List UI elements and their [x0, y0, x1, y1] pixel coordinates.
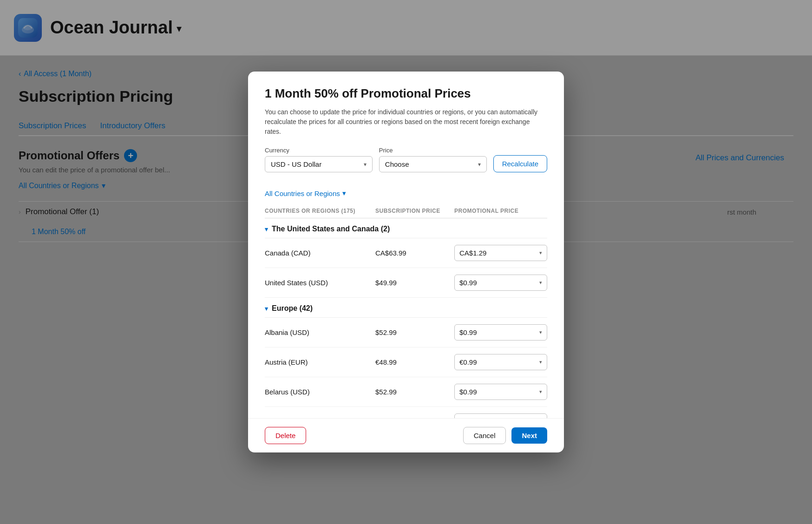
- table-row: Belgium (EUR) €48.99 €0.99 ▾: [265, 407, 547, 418]
- modal-header: 1 Month 50% off Promotional Prices You c…: [248, 72, 564, 189]
- all-countries-chevron-icon: ▾: [342, 189, 346, 197]
- sub-price: CA$63.99: [375, 249, 450, 257]
- all-countries-filter-link[interactable]: All Countries or Regions ▾: [248, 189, 564, 197]
- price-control-group: Price Choose ▾: [379, 147, 487, 172]
- promo-chevron-icon: ▾: [539, 389, 542, 395]
- promotional-prices-modal: 1 Month 50% off Promotional Prices You c…: [248, 72, 564, 452]
- currency-select[interactable]: USD - US Dollar ▾: [265, 156, 373, 172]
- promo-price-select[interactable]: €0.99 ▾: [454, 413, 547, 418]
- region-us-canada-header[interactable]: ▾ The United States and Canada (2): [265, 218, 547, 238]
- table-header: COUNTRIES OR REGIONS (175) SUBSCRIPTION …: [265, 204, 547, 218]
- next-button[interactable]: Next: [511, 427, 547, 444]
- country-name: Canada (CAD): [265, 249, 371, 257]
- country-name: United States (USD): [265, 279, 371, 287]
- all-countries-label: All Countries or Regions: [265, 190, 340, 197]
- table-row: United States (USD) $49.99 $0.99 ▾: [265, 268, 547, 298]
- modal-footer: Delete Cancel Next: [248, 418, 564, 452]
- price-value: Choose: [385, 160, 409, 168]
- modal-title: 1 Month 50% off Promotional Prices: [265, 86, 547, 101]
- currency-value: USD - US Dollar: [271, 160, 321, 168]
- modal-table-area[interactable]: COUNTRIES OR REGIONS (175) SUBSCRIPTION …: [248, 204, 564, 418]
- recalculate-button[interactable]: Recalculate: [493, 155, 547, 172]
- promo-chevron-icon: ▾: [539, 359, 542, 365]
- promo-price-value: €0.99: [459, 358, 477, 366]
- sub-price: €48.99: [375, 358, 450, 366]
- promo-price-value: CA$1.29: [459, 249, 486, 257]
- promo-chevron-icon: ▾: [539, 280, 542, 286]
- table-row: Belarus (USD) $52.99 $0.99 ▾: [265, 377, 547, 407]
- price-label: Price: [379, 147, 487, 154]
- table-row: Canada (CAD) CA$63.99 CA$1.29 ▾: [265, 238, 547, 268]
- sub-price: $52.99: [375, 388, 450, 396]
- promo-price-value: €0.99: [459, 418, 477, 418]
- modal-controls: Currency USD - US Dollar ▾ Price Choose …: [265, 147, 547, 172]
- promo-price-value: $0.99: [459, 388, 477, 396]
- col-promo-price-header: PROMOTIONAL PRICE: [454, 208, 547, 214]
- promo-price-select[interactable]: €0.99 ▾: [454, 354, 547, 370]
- promo-chevron-icon: ▾: [539, 329, 542, 335]
- modal-overlay: 1 Month 50% off Promotional Prices You c…: [0, 0, 812, 524]
- col-sub-price-header: SUBSCRIPTION PRICE: [375, 208, 450, 214]
- table-row: Albania (USD) $52.99 $0.99 ▾: [265, 318, 547, 347]
- sub-price: $52.99: [375, 328, 450, 336]
- country-name: Belgium (EUR): [265, 418, 371, 418]
- table-row: Austria (EUR) €48.99 €0.99 ▾: [265, 347, 547, 377]
- country-name: Belarus (USD): [265, 388, 371, 396]
- cancel-button[interactable]: Cancel: [463, 427, 506, 444]
- country-name: Albania (USD): [265, 328, 371, 336]
- promo-chevron-icon: ▾: [539, 250, 542, 256]
- promo-price-select[interactable]: CA$1.29 ▾: [454, 245, 547, 261]
- promo-price-select[interactable]: $0.99 ▾: [454, 384, 547, 400]
- region-us-canada-label: The United States and Canada (2): [272, 225, 390, 233]
- sub-price: €48.99: [375, 418, 450, 418]
- footer-right-buttons: Cancel Next: [463, 427, 547, 444]
- currency-control-group: Currency USD - US Dollar ▾: [265, 147, 373, 172]
- region-europe-label: Europe (42): [272, 304, 313, 313]
- country-name: Austria (EUR): [265, 358, 371, 366]
- promo-price-value: $0.99: [459, 328, 477, 336]
- col-countries-header: COUNTRIES OR REGIONS (175): [265, 208, 371, 214]
- currency-chevron-icon: ▾: [364, 161, 367, 168]
- delete-button[interactable]: Delete: [265, 427, 306, 444]
- promo-price-select[interactable]: $0.99 ▾: [454, 275, 547, 291]
- price-chevron-icon: ▾: [478, 161, 481, 168]
- modal-description: You can choose to update the price for i…: [265, 107, 547, 137]
- promo-price-value: $0.99: [459, 279, 477, 287]
- sub-price: $49.99: [375, 279, 450, 287]
- price-select[interactable]: Choose ▾: [379, 156, 487, 172]
- currency-label: Currency: [265, 147, 373, 154]
- region-us-canada-chevron-icon: ▾: [265, 226, 268, 233]
- promo-price-select[interactable]: $0.99 ▾: [454, 324, 547, 341]
- region-europe-chevron-icon: ▾: [265, 305, 268, 312]
- region-europe-header[interactable]: ▾ Europe (42): [265, 298, 547, 318]
